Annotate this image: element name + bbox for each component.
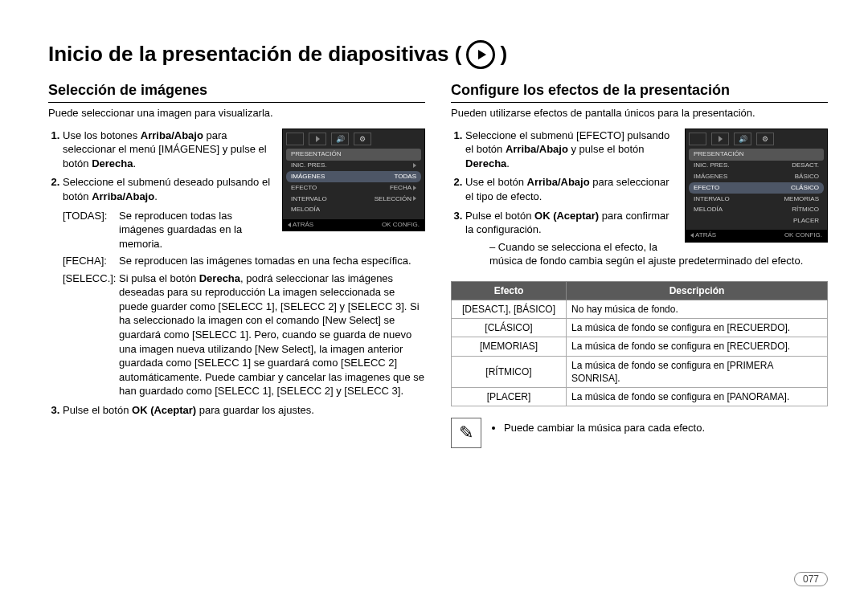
t: Cuando se selecciona el efecto, la músic… [489, 241, 803, 267]
cell: La música de fondo se configura en [RECU… [567, 337, 828, 356]
table-row: [MEMORIAS]La música de fondo se configur… [452, 337, 828, 356]
camera-lcd-right: 🔊 ⚙ PRESENTACIÓN INIC. PRES.DESACT. IMÁG… [685, 129, 828, 243]
cell: [DESACT.], [BÁSICO] [452, 300, 567, 318]
lcd-value: SELECCIÓN [375, 195, 411, 202]
lcd-value: MEMORIAS [784, 195, 819, 204]
page-number: 077 [794, 572, 828, 586]
cell: [MEMORIAS] [452, 337, 567, 356]
def-desc: Se reproducen las imágenes tomadas en un… [119, 254, 425, 268]
sub-note: – Cuando se selecciona el efecto, la mús… [489, 240, 828, 268]
t: Pulse el botón [63, 404, 132, 416]
lcd-label: IMÁGENES [291, 173, 325, 182]
lcd-value: DESACT. [792, 161, 819, 170]
cell: [PLACER] [452, 387, 567, 406]
t: . [506, 157, 510, 169]
title-text: Inicio de la presentación de diapositiva… [48, 40, 461, 68]
lcd-label: INIC. PRES. [291, 161, 326, 170]
table-row: [RÍTMICO]La música de fondo se configura… [452, 356, 828, 387]
lcd-label: EFECTO [291, 184, 317, 193]
lcd-tab-icon: 🔊 [331, 133, 349, 145]
cell: La música de fondo se configura en [RECU… [567, 319, 828, 337]
lcd-tab-icon [711, 133, 729, 145]
t: OK (Aceptar) [534, 210, 599, 222]
effects-table: Efecto Descripción [DESACT.], [BÁSICO]No… [451, 281, 828, 406]
t: Derecha [92, 157, 133, 169]
lcd-label: INTERVALO [694, 195, 730, 204]
lcd-label: IMÁGENES [694, 173, 727, 182]
note-pencil-icon: ✎ [451, 418, 481, 448]
lcd-foot-right: OK CONFIG. [784, 231, 822, 240]
def-desc: Si pulsa el botón Derecha, podrá selecci… [119, 271, 425, 398]
lcd-value: RÍTMICO [792, 206, 819, 214]
table-row: [DESACT.], [BÁSICO]No hay música de fond… [452, 300, 828, 318]
lcd-value: CLÁSICO [791, 184, 819, 193]
t: , podrá seleccionar las imágenes deseada… [119, 272, 424, 397]
table-row: [PLACER]La música de fondo se configura … [452, 387, 828, 406]
lcd-value: PLACER [793, 217, 819, 226]
def-fecha: [FECHA]: Se reproducen las imágenes toma… [63, 254, 425, 268]
t: Arriba/Abajo [506, 143, 568, 155]
lcd-label: EFECTO [694, 184, 719, 193]
lcd-header: PRESENTACIÓN [286, 149, 421, 161]
lcd-tab-icon: ⚙ [354, 133, 371, 145]
note-text: Puede cambiar la música para cada efecto… [504, 421, 705, 435]
note-box: ✎ Puede cambiar la música para cada efec… [451, 418, 828, 448]
t: . [133, 157, 136, 169]
t: Use el botón [465, 176, 527, 188]
lcd-value: BÁSICO [795, 173, 819, 182]
cell: [RÍTMICO] [452, 356, 567, 387]
title-close: ) [500, 40, 507, 68]
right-intro: Pueden utilizarse efectos de pantalla ún… [451, 106, 828, 120]
t: Arriba/Abajo [92, 190, 154, 202]
lcd-label: MELODÍA [694, 206, 723, 214]
lcd-foot-left: ATRÁS [695, 231, 716, 239]
t: y pulse el botón [568, 143, 645, 155]
t: Arriba/Abajo [141, 129, 203, 141]
cell: La música de fondo se configura en [PANO… [567, 387, 828, 406]
lcd-tab-icon [286, 133, 304, 145]
def-term: [SELECC.]: [63, 271, 119, 398]
lcd-label: INIC. PRES. [694, 161, 729, 170]
column-right: Configure los efectos de la presentación… [451, 80, 828, 448]
t: Arriba/Abajo [527, 176, 590, 188]
t: Derecha [199, 272, 240, 284]
lcd-tab-icon: 🔊 [734, 133, 751, 145]
lcd-header: PRESENTACIÓN [689, 149, 824, 161]
lcd-foot-right: OK CONFIG. [382, 221, 420, 230]
t: Use los botones [63, 129, 141, 141]
t: Si pulsa el botón [119, 272, 199, 284]
def-todas: [TODAS]: Se reproducen todas las imágene… [63, 209, 276, 251]
def-desc: Se reproducen todas las imágenes guardad… [119, 209, 276, 251]
th-efecto: Efecto [452, 281, 567, 300]
t: para guardar los ajustes. [196, 404, 314, 416]
column-left: Selección de imágenes Puede seleccionar … [48, 80, 425, 448]
left-heading: Selección de imágenes [48, 80, 425, 103]
step-3: Pulse el botón OK (Aceptar) para guardar… [63, 403, 425, 418]
lcd-tab-icon [309, 133, 326, 145]
lcd-label: INTERVALO [291, 195, 327, 204]
slideshow-play-icon [466, 40, 495, 69]
left-intro: Puede seleccionar una imagen para visual… [48, 106, 425, 120]
t: Pulse el botón [465, 210, 534, 222]
th-desc: Descripción [567, 281, 828, 300]
cell: No hay música de fondo. [567, 300, 828, 318]
t: Derecha [465, 157, 506, 169]
lcd-label: MELODÍA [291, 206, 320, 214]
lcd-value: FECHA [390, 184, 411, 191]
cell: [CLÁSICO] [452, 319, 567, 337]
def-term: [FECHA]: [63, 254, 119, 268]
def-selecc: [SELECC.]: Si pulsa el botón Derecha, po… [63, 271, 425, 398]
def-term: [TODAS]: [63, 209, 119, 251]
lcd-foot-left: ATRÁS [293, 221, 313, 228]
lcd-tab-icon: ⚙ [756, 133, 774, 145]
camera-lcd-left: 🔊 ⚙ PRESENTACIÓN INIC. PRES. IMÁGENESTOD… [282, 129, 425, 232]
lcd-value: TODAS [395, 173, 416, 182]
table-row: [CLÁSICO]La música de fondo se configura… [452, 319, 828, 337]
lcd-tab-icon [689, 133, 706, 145]
right-heading: Configure los efectos de la presentación [451, 80, 828, 103]
t: . [154, 190, 158, 202]
t: OK (Aceptar) [132, 404, 196, 416]
page-title: Inicio de la presentación de diapositiva… [48, 40, 828, 69]
cell: La música de fondo se configura en [PRIM… [567, 356, 828, 387]
